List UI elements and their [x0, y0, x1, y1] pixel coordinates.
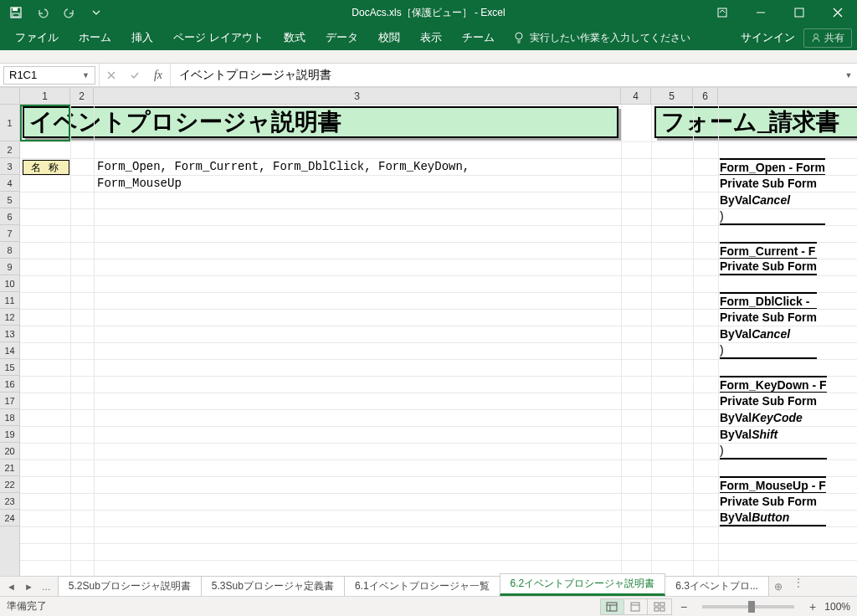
minimize-button[interactable] — [742, 0, 780, 25]
row-header-16[interactable]: 16 — [0, 376, 19, 393]
code-line: ) — [720, 342, 817, 359]
tab-file[interactable]: ファイル — [5, 25, 69, 50]
code-line: ByVal Button — [720, 510, 826, 526]
row-header-24[interactable]: 24 — [0, 510, 19, 526]
zoom-slider[interactable] — [702, 605, 794, 608]
ribbon-collapsed-spacer — [0, 50, 857, 64]
tab-view[interactable]: 表示 — [410, 25, 452, 50]
tab-insert[interactable]: 挿入 — [121, 25, 163, 50]
code-block-header: Form_Current - F — [720, 242, 817, 259]
sheet-tab[interactable]: 5.3Subプロシージャ定義書 — [201, 576, 345, 596]
sheet-nav-first[interactable]: ◄ — [7, 582, 16, 592]
quick-access-toolbar — [0, 0, 109, 25]
column-headers: 1 2 3 4 5 6 — [0, 88, 857, 105]
code-line: Private Sub Form — [720, 393, 827, 409]
tab-formulas[interactable]: 数式 — [274, 25, 316, 50]
ribbon-options-button[interactable] — [703, 0, 742, 25]
svg-rect-5 — [795, 8, 803, 17]
cells-area[interactable]: イベントプロシージャ説明書 フォーム_請求書 名 称 Form_Open, Fo… — [20, 105, 857, 576]
code-block-header: Form_MouseUp - F — [720, 476, 826, 493]
name-box-value: R1C1 — [9, 69, 37, 81]
row-header-20[interactable]: 20 — [0, 443, 19, 459]
redo-button[interactable] — [57, 0, 82, 25]
row-header-19[interactable]: 19 — [0, 426, 19, 443]
doc-title-cell: イベントプロシージャ説明書 — [23, 106, 618, 138]
formula-expand[interactable]: ▼ — [840, 71, 857, 80]
close-button[interactable] — [819, 0, 857, 25]
sheet-tab[interactable]: 6.3イベントプロ... — [665, 576, 769, 596]
col-header-3[interactable]: 3 — [94, 88, 621, 104]
col-header-6[interactable]: 6 — [693, 88, 718, 104]
sheet-tab[interactable]: 6.1イベントプロシージャ一覧 — [344, 576, 500, 596]
tab-home[interactable]: ホーム — [69, 25, 121, 50]
view-buttons — [600, 598, 672, 615]
row-header-17[interactable]: 17 — [0, 393, 19, 409]
row-header-8[interactable]: 8 — [0, 242, 19, 259]
view-normal[interactable] — [601, 599, 624, 614]
formula-input[interactable]: イベントプロシージャ説明書 — [171, 64, 840, 86]
view-pagebreak[interactable] — [648, 599, 671, 614]
cancel-formula-button[interactable] — [100, 64, 123, 86]
tab-data[interactable]: データ — [316, 25, 368, 50]
row-header-2[interactable]: 2 — [0, 141, 19, 158]
sheet-tab[interactable]: 5.2Subプロシージャ説明書 — [58, 576, 202, 596]
row-header-10[interactable]: 10 — [0, 275, 19, 292]
row-header-13[interactable]: 13 — [0, 326, 19, 342]
row-header-18[interactable]: 18 — [0, 409, 19, 426]
row-header-5[interactable]: 5 — [0, 192, 19, 208]
code-block-header: Form_KeyDown - F — [720, 376, 827, 393]
row-header-21[interactable]: 21 — [0, 459, 19, 476]
sheet-tab[interactable]: 6.2イベントプロシージャ説明書 — [500, 573, 666, 596]
row-header-7[interactable]: 7 — [0, 225, 19, 242]
tell-me[interactable]: 実行したい作業を入力してください — [505, 31, 699, 45]
sheet-nav-next[interactable]: ► — [24, 582, 33, 592]
svg-rect-2 — [13, 13, 19, 17]
code-line: Private Sub Form — [720, 493, 826, 510]
row-header-6[interactable]: 6 — [0, 208, 19, 225]
code-line: ) — [720, 443, 827, 459]
col-header-5[interactable]: 5 — [651, 88, 693, 104]
save-button[interactable] — [3, 0, 28, 25]
sheet-nav-more[interactable]: … — [42, 582, 51, 592]
code-line: ByVal Cancel — [720, 192, 825, 208]
view-pagelayout[interactable] — [624, 599, 648, 614]
cell-r3c3: Form_Open, Form_Current, Form_DblClick, … — [97, 160, 470, 173]
row-header-4[interactable]: 4 — [0, 175, 19, 192]
zoom-level: 100% — [824, 601, 850, 613]
sheet-options[interactable]: ⋮ — [788, 577, 808, 596]
sheet-nav: ◄ ► … — [0, 577, 58, 596]
code-line: ByVal Shift — [720, 426, 827, 443]
share-button[interactable]: 共有 — [803, 28, 852, 48]
name-box[interactable]: R1C1 ▼ — [3, 66, 95, 85]
enter-formula-button[interactable] — [123, 64, 146, 86]
signin-link[interactable]: サインイン — [741, 30, 795, 45]
zoom-in[interactable]: + — [806, 600, 819, 613]
window-title: DocAcs.xls［保護ビュー］ - Excel — [352, 6, 505, 20]
col-header-2[interactable]: 2 — [70, 88, 94, 104]
tab-review[interactable]: 校閲 — [368, 25, 410, 50]
undo-button[interactable] — [30, 0, 55, 25]
row-header-14[interactable]: 14 — [0, 342, 19, 359]
code-line: ByVal Cancel — [720, 326, 817, 342]
select-all-corner[interactable] — [0, 88, 20, 104]
code-block: Form_KeyDown - FPrivate Sub Form ByVal K… — [720, 376, 827, 459]
tab-pagelayout[interactable]: ページ レイアウト — [163, 25, 274, 50]
qat-customize[interactable] — [84, 0, 109, 25]
row-header-1[interactable]: 1 — [0, 105, 19, 141]
row-header-15[interactable]: 15 — [0, 359, 19, 376]
col-header-1[interactable]: 1 — [20, 88, 70, 104]
row-header-12[interactable]: 12 — [0, 309, 19, 326]
code-block: Form_DblClick - Private Sub Form ByVal C… — [720, 292, 817, 359]
maximize-button[interactable] — [780, 0, 819, 25]
row-header-11[interactable]: 11 — [0, 292, 19, 309]
row-header-9[interactable]: 9 — [0, 259, 19, 275]
row-header-22[interactable]: 22 — [0, 476, 19, 493]
row-header-3[interactable]: 3 — [0, 158, 19, 175]
code-line: ByVal KeyCode — [720, 409, 827, 426]
col-header-4[interactable]: 4 — [621, 88, 651, 104]
tab-team[interactable]: チーム — [452, 25, 505, 50]
zoom-out[interactable]: − — [677, 600, 690, 613]
add-sheet-button[interactable]: ⊕ — [768, 577, 788, 596]
fx-button[interactable]: fx — [146, 64, 170, 86]
row-header-23[interactable]: 23 — [0, 493, 19, 510]
